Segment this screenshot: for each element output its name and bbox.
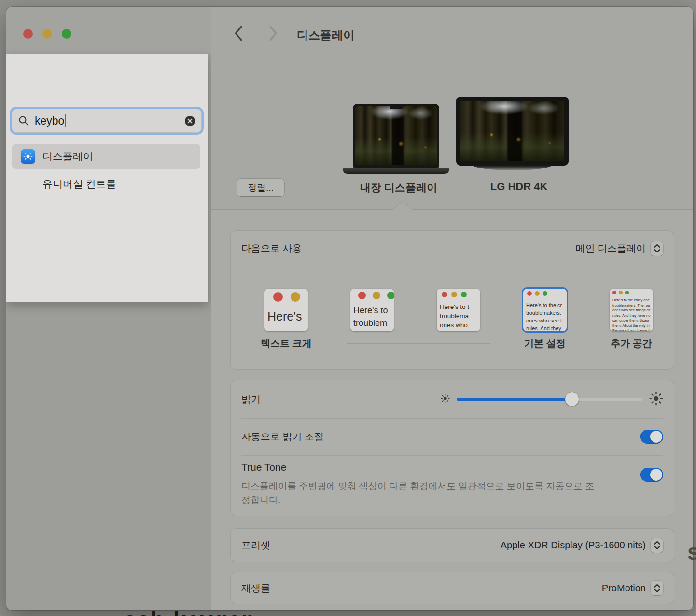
page-title: 디스플레이 bbox=[297, 28, 355, 43]
brightness-slider-knob[interactable] bbox=[565, 392, 579, 406]
chevron-left-icon bbox=[232, 26, 245, 41]
built-in-display-label: 내장 디스플레이 bbox=[341, 181, 457, 195]
text-size-option-larger-text[interactable]: Here's bbox=[264, 289, 308, 331]
true-tone-toggle[interactable] bbox=[640, 468, 663, 482]
chevron-up-down-icon bbox=[654, 583, 661, 593]
brightness-label: 밝기 bbox=[241, 393, 261, 406]
search-focus-ring: keybo bbox=[10, 107, 204, 135]
laptop-base bbox=[343, 168, 449, 174]
use-as-label: 다음으로 사용 bbox=[241, 242, 302, 255]
true-tone-label: True Tone bbox=[241, 462, 601, 473]
traffic-yellow-icon bbox=[291, 292, 300, 302]
sidebar: keybo bbox=[6, 7, 211, 610]
search-result-label: 유니버설 컨트롤 bbox=[42, 177, 116, 191]
brightness-slider-fill bbox=[457, 398, 572, 401]
display-brightness-icon bbox=[21, 149, 35, 164]
external-display-label: LG HDR 4K bbox=[461, 181, 577, 193]
text-size-option-default[interactable]: Here's to the crtroublemakers.ones who s… bbox=[523, 289, 567, 331]
refresh-rate-label: 재생률 bbox=[241, 582, 270, 595]
use-as-stepper[interactable] bbox=[651, 241, 663, 256]
search-input[interactable]: keybo bbox=[12, 109, 202, 133]
use-as-value: 메인 디스플레이 bbox=[575, 242, 646, 255]
screenshot-root: ssh-keygen s keybo bbox=[0, 0, 696, 616]
minimize-button[interactable] bbox=[42, 29, 52, 39]
more-space-label: 추가 공간 bbox=[595, 337, 668, 350]
search-results-popover: keybo bbox=[6, 54, 208, 302]
refresh-rate-card: 재생률 ProMotion bbox=[231, 572, 674, 604]
chevron-up-down-icon bbox=[654, 540, 661, 550]
forward-button[interactable] bbox=[267, 26, 279, 41]
refresh-rate-stepper[interactable] bbox=[651, 581, 663, 595]
search-result-label: 디스플레이 bbox=[42, 150, 93, 163]
preset-stepper[interactable] bbox=[651, 538, 663, 553]
system-settings-window: keybo bbox=[6, 7, 693, 610]
text-size-range-line bbox=[347, 343, 490, 344]
background-text-fragment: s bbox=[687, 539, 696, 565]
built-in-display-thumbnail[interactable] bbox=[353, 104, 439, 168]
text-cursor bbox=[65, 114, 66, 127]
preset-label: 프리셋 bbox=[241, 539, 270, 552]
display-settings-pane: 디스플레이 내장 디스플레이 LG HDR 4K 정렬... 다음으로 사용 메… bbox=[211, 7, 693, 610]
brightness-max-icon bbox=[649, 392, 663, 407]
auto-brightness-toggle[interactable] bbox=[640, 430, 663, 444]
search-input-value: keybo bbox=[35, 114, 64, 127]
text-size-option-more-space[interactable]: Here's to the crazy onetroublemakers. Th… bbox=[610, 289, 653, 331]
monitor-stand bbox=[473, 165, 552, 170]
selected-display-caret bbox=[392, 202, 413, 210]
chevron-right-icon bbox=[267, 26, 279, 41]
default-label: 기본 설정 bbox=[509, 337, 581, 350]
preset-value: Apple XDR Display (P3-1600 nits) bbox=[501, 540, 646, 551]
external-display-thumbnail[interactable] bbox=[456, 97, 569, 166]
titlebar[interactable] bbox=[6, 7, 211, 54]
auto-brightness-label: 자동으로 밝기 조절 bbox=[241, 430, 324, 443]
chevron-up-down-icon bbox=[654, 243, 661, 253]
larger-text-label: 텍스트 크게 bbox=[250, 337, 322, 350]
refresh-rate-value: ProMotion bbox=[602, 583, 646, 594]
search-icon bbox=[18, 115, 29, 126]
text-size-option-2[interactable]: Here's totroublem bbox=[350, 289, 394, 331]
close-button[interactable] bbox=[23, 29, 33, 39]
brightness-slider[interactable] bbox=[457, 398, 642, 401]
search-result-displays[interactable]: 디스플레이 bbox=[12, 144, 200, 169]
search-result-universal-control[interactable]: 유니버설 컨트롤 bbox=[12, 171, 200, 196]
resolution-card: 다음으로 사용 메인 디스플레이 Here's Here's totrou bbox=[231, 231, 674, 369]
traffic-red-icon bbox=[273, 292, 283, 302]
preset-card: 프리셋 Apple XDR Display (P3-1600 nits) bbox=[231, 529, 674, 562]
back-button[interactable] bbox=[232, 26, 245, 41]
brightness-min-icon bbox=[441, 394, 450, 405]
text-size-option-3[interactable]: Here's to ttroublemaones who bbox=[437, 289, 480, 331]
true-tone-description: 디스플레이를 주변광에 맞춰 색상이 다른 환경에서도 일관적으로 보이도록 자… bbox=[241, 479, 601, 507]
laptop-notch bbox=[390, 106, 403, 109]
zoom-button[interactable] bbox=[62, 29, 71, 39]
arrange-button[interactable]: 정렬... bbox=[237, 179, 284, 196]
clear-search-icon[interactable] bbox=[184, 115, 195, 126]
section-separator bbox=[211, 209, 693, 210]
brightness-card: 밝기 bbox=[231, 380, 674, 516]
